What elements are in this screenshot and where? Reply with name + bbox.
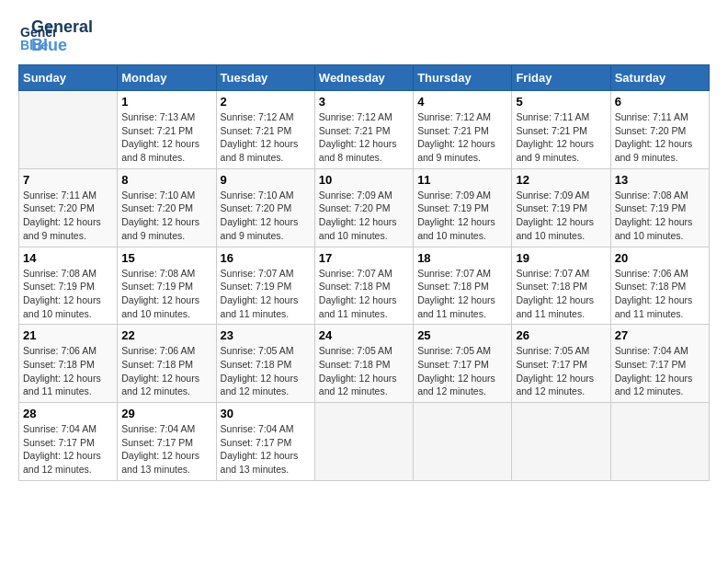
logo: General Blue General Blue <box>18 18 93 55</box>
calendar-cell: 19Sunrise: 7:07 AM Sunset: 7:18 PM Dayli… <box>512 247 610 325</box>
calendar-cell: 24Sunrise: 7:05 AM Sunset: 7:18 PM Dayli… <box>314 325 413 403</box>
calendar-cell: 7Sunrise: 7:11 AM Sunset: 7:20 PM Daylig… <box>19 168 118 247</box>
calendar-cell: 17Sunrise: 7:07 AM Sunset: 7:18 PM Dayli… <box>314 247 413 325</box>
day-number: 14 <box>23 251 113 265</box>
day-info: Sunrise: 7:08 AM Sunset: 7:19 PM Dayligh… <box>615 189 705 243</box>
calendar-week-2: 7Sunrise: 7:11 AM Sunset: 7:20 PM Daylig… <box>19 168 710 247</box>
calendar-cell: 15Sunrise: 7:08 AM Sunset: 7:19 PM Dayli… <box>118 247 216 325</box>
calendar-cell: 16Sunrise: 7:07 AM Sunset: 7:19 PM Dayli… <box>216 247 314 325</box>
weekday-header-friday: Friday <box>512 65 610 91</box>
day-info: Sunrise: 7:09 AM Sunset: 7:19 PM Dayligh… <box>417 189 507 243</box>
calendar-cell: 13Sunrise: 7:08 AM Sunset: 7:19 PM Dayli… <box>610 168 709 247</box>
calendar-cell <box>610 403 709 481</box>
calendar-cell: 27Sunrise: 7:04 AM Sunset: 7:17 PM Dayli… <box>610 325 709 403</box>
calendar-cell: 25Sunrise: 7:05 AM Sunset: 7:17 PM Dayli… <box>414 325 512 403</box>
calendar-cell: 18Sunrise: 7:07 AM Sunset: 7:18 PM Dayli… <box>414 247 512 325</box>
calendar-cell: 29Sunrise: 7:04 AM Sunset: 7:17 PM Dayli… <box>118 403 216 481</box>
day-info: Sunrise: 7:05 AM Sunset: 7:17 PM Dayligh… <box>516 344 606 398</box>
calendar-cell: 21Sunrise: 7:06 AM Sunset: 7:18 PM Dayli… <box>19 325 118 403</box>
calendar-cell: 22Sunrise: 7:06 AM Sunset: 7:18 PM Dayli… <box>118 325 216 403</box>
logo-blue-text: Blue <box>31 37 93 55</box>
day-info: Sunrise: 7:05 AM Sunset: 7:17 PM Dayligh… <box>417 344 507 398</box>
day-info: Sunrise: 7:06 AM Sunset: 7:18 PM Dayligh… <box>121 344 211 398</box>
weekday-header-sunday: Sunday <box>19 65 118 91</box>
day-number: 8 <box>121 173 211 187</box>
day-number: 11 <box>417 173 507 187</box>
day-number: 18 <box>417 251 507 265</box>
day-number: 25 <box>417 328 507 342</box>
calendar-week-1: 1Sunrise: 7:13 AM Sunset: 7:21 PM Daylig… <box>19 91 710 169</box>
day-number: 21 <box>23 328 113 342</box>
calendar-cell: 4Sunrise: 7:12 AM Sunset: 7:21 PM Daylig… <box>414 91 512 169</box>
calendar-cell: 5Sunrise: 7:11 AM Sunset: 7:21 PM Daylig… <box>512 91 610 169</box>
day-info: Sunrise: 7:07 AM Sunset: 7:19 PM Dayligh… <box>221 267 311 321</box>
day-number: 9 <box>221 173 311 187</box>
day-number: 15 <box>121 251 211 265</box>
day-number: 30 <box>221 407 311 420</box>
day-number: 16 <box>221 251 311 265</box>
calendar-cell: 26Sunrise: 7:05 AM Sunset: 7:17 PM Dayli… <box>512 325 610 403</box>
weekday-header-saturday: Saturday <box>610 65 709 91</box>
calendar-cell: 28Sunrise: 7:04 AM Sunset: 7:17 PM Dayli… <box>19 403 118 481</box>
weekday-header-tuesday: Tuesday <box>216 65 314 91</box>
calendar-cell: 6Sunrise: 7:11 AM Sunset: 7:20 PM Daylig… <box>610 91 709 169</box>
day-number: 10 <box>319 173 409 187</box>
day-number: 2 <box>221 95 311 109</box>
day-number: 19 <box>516 251 606 265</box>
calendar-cell <box>512 403 610 481</box>
day-info: Sunrise: 7:04 AM Sunset: 7:17 PM Dayligh… <box>23 422 113 477</box>
day-info: Sunrise: 7:05 AM Sunset: 7:18 PM Dayligh… <box>221 344 311 398</box>
day-number: 23 <box>221 328 311 342</box>
day-number: 26 <box>516 328 606 342</box>
calendar-week-5: 28Sunrise: 7:04 AM Sunset: 7:17 PM Dayli… <box>19 403 710 481</box>
day-info: Sunrise: 7:08 AM Sunset: 7:19 PM Dayligh… <box>121 267 211 321</box>
day-number: 7 <box>23 173 113 187</box>
day-number: 1 <box>121 95 211 109</box>
day-info: Sunrise: 7:13 AM Sunset: 7:21 PM Dayligh… <box>121 110 211 165</box>
day-info: Sunrise: 7:12 AM Sunset: 7:21 PM Dayligh… <box>417 110 507 165</box>
day-info: Sunrise: 7:10 AM Sunset: 7:20 PM Dayligh… <box>121 189 211 243</box>
day-info: Sunrise: 7:08 AM Sunset: 7:19 PM Dayligh… <box>23 267 113 321</box>
day-info: Sunrise: 7:05 AM Sunset: 7:18 PM Dayligh… <box>319 344 409 398</box>
day-info: Sunrise: 7:12 AM Sunset: 7:21 PM Dayligh… <box>319 110 409 165</box>
day-info: Sunrise: 7:06 AM Sunset: 7:18 PM Dayligh… <box>23 344 113 398</box>
day-info: Sunrise: 7:06 AM Sunset: 7:18 PM Dayligh… <box>615 267 705 321</box>
page-header: General Blue General Blue <box>18 18 710 55</box>
day-info: Sunrise: 7:11 AM Sunset: 7:20 PM Dayligh… <box>23 189 113 243</box>
day-number: 29 <box>121 407 211 420</box>
day-number: 13 <box>615 173 705 187</box>
day-number: 28 <box>23 407 113 420</box>
calendar-cell: 9Sunrise: 7:10 AM Sunset: 7:20 PM Daylig… <box>216 168 314 247</box>
calendar-cell: 14Sunrise: 7:08 AM Sunset: 7:19 PM Dayli… <box>19 247 118 325</box>
calendar-cell: 20Sunrise: 7:06 AM Sunset: 7:18 PM Dayli… <box>610 247 709 325</box>
weekday-header-thursday: Thursday <box>414 65 512 91</box>
day-number: 5 <box>516 95 606 109</box>
day-info: Sunrise: 7:11 AM Sunset: 7:20 PM Dayligh… <box>615 110 705 165</box>
calendar-table: SundayMondayTuesdayWednesdayThursdayFrid… <box>18 64 710 481</box>
day-number: 17 <box>319 251 409 265</box>
calendar-cell: 2Sunrise: 7:12 AM Sunset: 7:21 PM Daylig… <box>216 91 314 169</box>
weekday-header-monday: Monday <box>118 65 216 91</box>
day-number: 20 <box>615 251 705 265</box>
day-number: 22 <box>121 328 211 342</box>
calendar-cell <box>314 403 413 481</box>
day-info: Sunrise: 7:09 AM Sunset: 7:19 PM Dayligh… <box>516 189 606 243</box>
calendar-cell: 3Sunrise: 7:12 AM Sunset: 7:21 PM Daylig… <box>314 91 413 169</box>
calendar-cell <box>19 91 118 169</box>
day-info: Sunrise: 7:07 AM Sunset: 7:18 PM Dayligh… <box>319 267 409 321</box>
calendar-week-3: 14Sunrise: 7:08 AM Sunset: 7:19 PM Dayli… <box>19 247 710 325</box>
weekday-header-wednesday: Wednesday <box>314 65 413 91</box>
day-number: 3 <box>319 95 409 109</box>
day-info: Sunrise: 7:10 AM Sunset: 7:20 PM Dayligh… <box>221 189 311 243</box>
day-number: 12 <box>516 173 606 187</box>
calendar-cell: 23Sunrise: 7:05 AM Sunset: 7:18 PM Dayli… <box>216 325 314 403</box>
day-info: Sunrise: 7:11 AM Sunset: 7:21 PM Dayligh… <box>516 110 606 165</box>
day-number: 4 <box>417 95 507 109</box>
calendar-cell <box>414 403 512 481</box>
day-info: Sunrise: 7:04 AM Sunset: 7:17 PM Dayligh… <box>615 344 705 398</box>
logo-general-text: General <box>31 18 93 37</box>
day-info: Sunrise: 7:07 AM Sunset: 7:18 PM Dayligh… <box>516 267 606 321</box>
calendar-cell: 1Sunrise: 7:13 AM Sunset: 7:21 PM Daylig… <box>118 91 216 169</box>
day-number: 6 <box>615 95 705 109</box>
day-info: Sunrise: 7:09 AM Sunset: 7:20 PM Dayligh… <box>319 189 409 243</box>
